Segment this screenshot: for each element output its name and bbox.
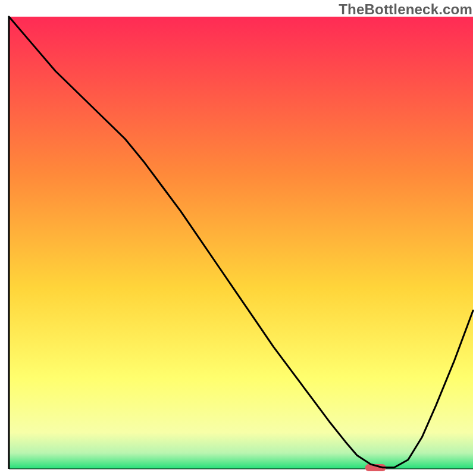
chart-container: TheBottleneck.com [0, 0, 476, 476]
plot-background [9, 17, 473, 469]
chart-svg [0, 0, 476, 476]
